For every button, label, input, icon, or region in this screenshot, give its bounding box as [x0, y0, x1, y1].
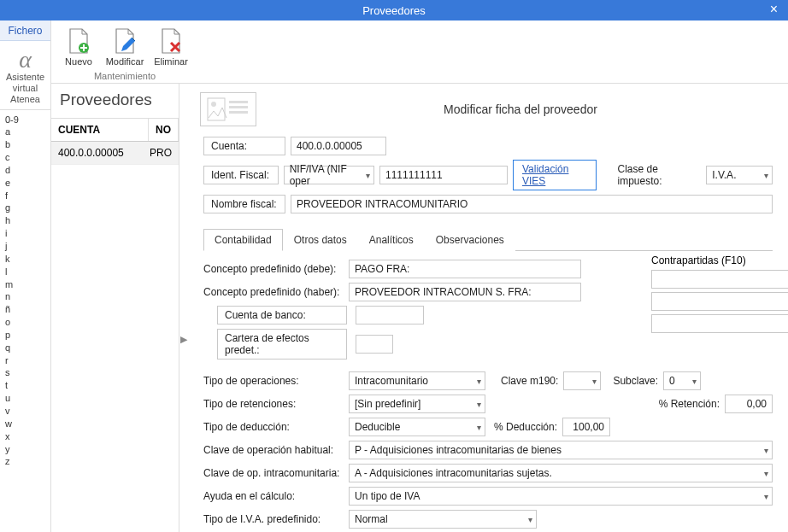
panel-expander[interactable]: ▶ [179, 84, 188, 532]
alpha-item[interactable]: t [5, 379, 50, 392]
list-title: Proveedores [51, 84, 179, 119]
alpha-item[interactable]: x [5, 430, 50, 443]
ident-tipo-select[interactable]: NIF/IVA (NIF oper [284, 166, 374, 184]
assistant-label-3: Atenea [10, 94, 40, 105]
modify-button[interactable]: Modificar [103, 27, 147, 67]
tab-otros-datos[interactable]: Otros datos [283, 229, 358, 251]
subclave-label: Subclave: [613, 375, 658, 387]
alpha-item[interactable]: s [5, 366, 50, 379]
ayuda-calculo-label: Ayuda en el cálculo: [203, 490, 349, 502]
col-nombre[interactable]: NO [149, 119, 179, 141]
tab-observaciones[interactable]: Observaciones [425, 229, 515, 251]
alpha-item[interactable]: b [5, 138, 50, 151]
vies-link[interactable]: Validación VIES [513, 160, 597, 190]
clave-op-intracom-label: Clave de op. intracomunitaria: [203, 467, 349, 479]
ribbon: Nuevo Modificar Eliminar [51, 20, 788, 84]
alpha-item[interactable]: d [5, 164, 50, 177]
image-placeholder-icon[interactable] [200, 92, 256, 126]
alpha-item[interactable]: r [5, 354, 50, 367]
nombre-fiscal-input[interactable] [291, 195, 773, 213]
delete-button[interactable]: Eliminar [149, 27, 193, 67]
contrapartida-input-1[interactable] [651, 270, 788, 289]
tab-contabilidad[interactable]: Contabilidad [203, 229, 283, 251]
alpha-item[interactable]: w [5, 418, 50, 430]
cuenta-banco-input[interactable] [356, 306, 424, 324]
alpha-item[interactable]: u [5, 392, 50, 405]
alpha-item[interactable]: k [5, 253, 50, 266]
tipo-iva-select[interactable]: Normal [349, 510, 537, 529]
tipo-deduccion-label: Tipo de deducción: [203, 421, 349, 433]
ident-num-input[interactable] [379, 166, 508, 184]
subclave-select[interactable]: 0 [663, 371, 701, 390]
alpha-item[interactable]: m [5, 278, 50, 291]
col-cuenta[interactable]: CUENTA [51, 119, 149, 141]
alpha-item[interactable]: ñ [5, 303, 50, 316]
document-x-icon [157, 27, 185, 55]
alpha-item[interactable]: p [5, 329, 50, 342]
tipo-operaciones-select[interactable]: Intracomunitario [349, 371, 485, 390]
svg-rect-1 [208, 98, 225, 120]
file-tab[interactable]: Fichero [0, 20, 50, 41]
alpha-item[interactable]: j [5, 240, 50, 253]
ident-fiscal-label: Ident. Fiscal: [203, 166, 279, 184]
tipo-iva-label: Tipo de I.V.A. predefinido: [203, 513, 349, 525]
alpha-item[interactable]: i [5, 227, 50, 240]
cuenta-label: Cuenta: [203, 137, 285, 155]
contrapartidas-panel: Contrapartidas (F10) ...... ...... .....… [651, 254, 788, 336]
alpha-item[interactable]: 0-9 [5, 114, 50, 126]
cartera-efectos-input[interactable] [356, 335, 393, 354]
alpha-item[interactable]: q [5, 342, 50, 354]
alpha-item[interactable]: v [5, 405, 50, 418]
concepto-haber-input[interactable] [349, 283, 581, 301]
alpha-item[interactable]: l [5, 266, 50, 278]
alpha-item[interactable]: o [5, 316, 50, 329]
clave-op-habitual-select[interactable]: P - Adquisiciones intracomunitarias de b… [349, 441, 773, 459]
alpha-item[interactable]: e [5, 177, 50, 190]
clave-m190-select[interactable] [563, 371, 601, 390]
assistant-button[interactable]: α Asistente virtual Atenea [0, 41, 50, 110]
window-title: Proveedores [362, 4, 426, 17]
concepto-debe-label: Concepto predefinido (debe): [203, 263, 349, 275]
pct-retencion-label: % Retención: [659, 398, 720, 410]
pct-deduccion-input[interactable] [562, 418, 610, 436]
ayuda-calculo-select[interactable]: Un tipo de IVA [349, 487, 773, 506]
cell-nombre: PRO [143, 142, 179, 164]
svg-rect-3 [229, 101, 248, 103]
alpha-item[interactable]: z [5, 455, 50, 468]
clave-op-intracom-select[interactable]: A - Adquisiciones intracomunitarias suje… [349, 464, 773, 482]
cuenta-input[interactable] [291, 137, 386, 155]
alpha-item[interactable]: g [5, 202, 50, 214]
new-button[interactable]: Nuevo [56, 27, 101, 67]
assistant-label-1: Asistente [6, 72, 44, 83]
close-icon[interactable]: × [765, 2, 783, 17]
contrapartida-input-3[interactable] [651, 314, 788, 333]
svg-rect-4 [229, 106, 248, 108]
contrapartida-input-2[interactable] [651, 292, 788, 311]
providers-table: CUENTA NO 400.0.0.00005 PRO [51, 119, 179, 532]
clase-impuesto-select[interactable]: I.V.A. [706, 166, 773, 184]
tabs: Contabilidad Otros datos Analíticos Obse… [203, 228, 773, 251]
alpha-item[interactable]: h [5, 214, 50, 227]
assistant-icon: α [19, 48, 32, 72]
tipo-retenciones-select[interactable]: [Sin predefinir] [349, 395, 485, 413]
tipo-deduccion-select[interactable]: Deducible [349, 418, 485, 436]
concepto-debe-input[interactable] [349, 260, 581, 278]
nombre-fiscal-label: Nombre fiscal: [203, 195, 285, 213]
cell-cuenta: 400.0.0.00005 [51, 142, 143, 164]
svg-rect-5 [229, 111, 248, 114]
concepto-haber-label: Concepto predefinido (haber): [203, 286, 349, 298]
document-pencil-icon [111, 27, 138, 55]
tab-analiticos[interactable]: Analíticos [358, 229, 425, 251]
alpha-item[interactable]: a [5, 126, 50, 138]
alpha-index: 0-9 a b c d e f g h i j k l m n ñ o p q … [0, 110, 50, 532]
tipo-operaciones-label: Tipo de operaciones: [203, 375, 349, 387]
alpha-item[interactable]: y [5, 443, 50, 456]
svg-point-2 [211, 102, 216, 107]
table-row[interactable]: 400.0.0.00005 PRO [51, 142, 179, 165]
cartera-efectos-label: Cartera de efectos predet.: [217, 329, 347, 360]
pct-retencion-input[interactable] [725, 395, 773, 413]
alpha-item[interactable]: c [5, 151, 50, 164]
alpha-item[interactable]: f [5, 190, 50, 202]
alpha-item[interactable]: n [5, 290, 50, 303]
cuenta-banco-label: Cuenta de banco: [217, 306, 347, 324]
